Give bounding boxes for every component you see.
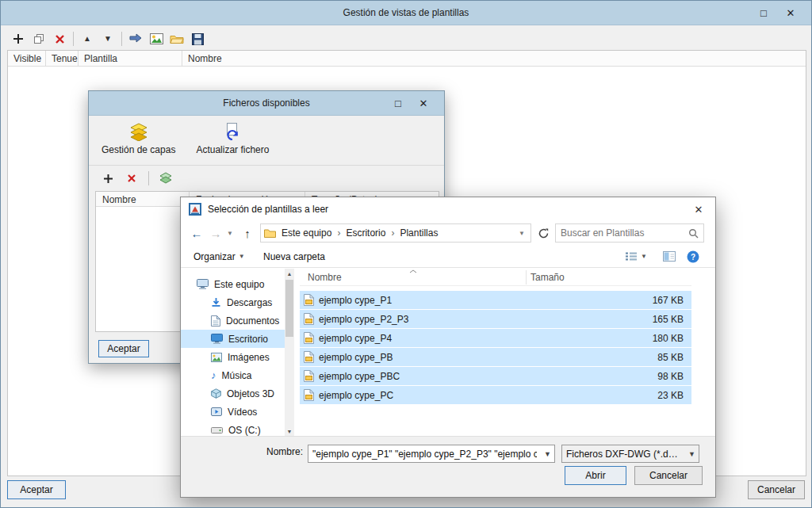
cancel-button[interactable]: Cancelar	[634, 466, 703, 485]
sidebar-item-videos[interactable]: Vídeos	[181, 403, 285, 421]
delete-icon[interactable]	[122, 169, 141, 188]
update-file-button[interactable]: Actualizar fichero	[190, 119, 275, 159]
close-icon[interactable]: ✕	[682, 197, 715, 221]
image-icon	[211, 353, 222, 362]
column-visible[interactable]: Visible	[8, 51, 46, 67]
delete-icon[interactable]	[50, 29, 69, 48]
sidebar-label: Imágenes	[228, 352, 270, 363]
filename-input[interactable]	[308, 449, 541, 460]
maximize-icon[interactable]: □	[751, 1, 776, 25]
sidebar-item-escritorio[interactable]: Escritorio	[181, 330, 285, 348]
file-size: 85 KB	[527, 352, 691, 363]
layers-import-icon[interactable]	[156, 169, 175, 188]
file-name: ejemplo cype_PB	[319, 352, 393, 363]
address-dropdown-icon[interactable]: ▼	[516, 230, 527, 237]
accept-button[interactable]: Aceptar	[7, 480, 66, 499]
layers-icon	[129, 122, 148, 141]
sidebar-label: Descargas	[227, 297, 272, 308]
close-icon[interactable]: ✕	[411, 91, 436, 116]
file-row[interactable]: ejemplo cype_PC 23 KB	[300, 386, 691, 404]
filename-label: Nombre:	[259, 446, 303, 457]
back-icon[interactable]: ←	[187, 222, 206, 244]
column-nombre[interactable]: Nombre	[182, 51, 806, 67]
copy-icon[interactable]	[29, 29, 48, 48]
close-icon[interactable]: ✕	[778, 1, 803, 25]
main-titlebar: Gestión de vistas de plantillas □ ✕	[1, 1, 811, 25]
sidebar-item-imagenes[interactable]: Imágenes	[181, 348, 285, 366]
open-dialog-title: Selección de plantillas a leer	[208, 197, 328, 221]
breadcrumb-escritorio[interactable]: Escritorio	[342, 227, 389, 239]
preview-pane-button[interactable]	[663, 246, 676, 267]
scroll-up-icon[interactable]: ▲	[285, 269, 294, 278]
sidebar-label: OS (C:)	[228, 425, 261, 436]
add-icon[interactable]	[98, 169, 117, 188]
music-icon: ♪	[211, 370, 216, 381]
file-size: 167 KB	[527, 295, 691, 306]
move-up-icon[interactable]: ▲	[78, 29, 97, 48]
import-views-icon[interactable]	[126, 29, 145, 48]
views-button[interactable]: ▼	[625, 246, 647, 267]
sidebar-item-documentos[interactable]: Documentos	[181, 311, 285, 330]
breadcrumb-plantillas[interactable]: Plantillas	[396, 227, 442, 239]
file-row[interactable]: ejemplo cype_P4 180 KB	[300, 329, 691, 347]
maximize-icon[interactable]: □	[385, 91, 411, 116]
filetype-combo[interactable]: Ficheros DXF-DWG (*.dxf;*.dwg ▼	[561, 445, 699, 463]
dwg-file-icon	[304, 351, 314, 363]
forward-icon[interactable]: →	[206, 222, 225, 244]
move-down-icon[interactable]: ▼	[98, 29, 117, 48]
organize-button[interactable]: Organizar ▼	[193, 246, 245, 267]
up-icon[interactable]: ↑	[238, 222, 257, 244]
help-button[interactable]: ?	[687, 246, 699, 267]
add-icon[interactable]	[9, 29, 28, 48]
column-nombre[interactable]: Nombre	[96, 192, 190, 207]
save-icon[interactable]	[188, 29, 207, 48]
file-name: ejemplo cype_P2_P3	[319, 314, 408, 325]
open-button[interactable]: Abrir	[565, 466, 626, 485]
column-plantilla[interactable]: Plantilla	[79, 51, 182, 67]
new-folder-button[interactable]: Nueva carpeta	[263, 246, 325, 267]
open-dialog-footer: Nombre: ▼ Ficheros DXF-DWG (*.dxf;*.dwg …	[181, 436, 715, 497]
search-input[interactable]	[556, 227, 688, 239]
refresh-file-icon	[223, 122, 242, 141]
column-nombre[interactable]: Nombre	[308, 272, 342, 283]
file-list-header: Nombre Tamaño	[300, 269, 691, 286]
filename-combo[interactable]: ▼	[308, 445, 555, 463]
open-folder-icon[interactable]	[167, 29, 186, 48]
cancel-button[interactable]: Cancelar	[748, 480, 805, 499]
help-icon: ?	[687, 250, 699, 263]
file-row[interactable]: ejemplo cype_P2_P3 165 KB	[300, 310, 691, 328]
file-row[interactable]: ejemplo cype_P1 167 KB	[300, 291, 691, 309]
history-chevron-icon[interactable]: ▼	[224, 222, 236, 244]
file-row[interactable]: ejemplo cype_PB 85 KB	[300, 348, 691, 366]
column-tenue[interactable]: Tenue	[46, 51, 79, 67]
sidebar-scrollbar[interactable]: ▲ ▼	[285, 269, 294, 436]
accept-button[interactable]: Aceptar	[98, 340, 149, 357]
column-divider[interactable]	[526, 270, 527, 285]
column-tamano[interactable]: Tamaño	[530, 272, 565, 283]
scroll-down-icon[interactable]: ▼	[285, 426, 294, 436]
address-bar[interactable]: Este equipo › Escritorio › Plantillas ▼	[260, 223, 531, 243]
sidebar-item-os-c[interactable]: OS (C:)	[181, 421, 285, 436]
image-icon[interactable]	[147, 29, 166, 48]
scrollbar-thumb[interactable]	[285, 280, 293, 337]
sidebar-item-musica[interactable]: ♪ Música	[181, 366, 285, 384]
chevron-down-icon[interactable]: ▼	[685, 450, 699, 458]
search-box[interactable]	[555, 223, 704, 243]
sidebar-item-este-equipo[interactable]: Este equipo	[181, 275, 285, 293]
explorer-content: Este equipo Descargas Documentos Escrito…	[181, 269, 715, 436]
chevron-down-icon[interactable]: ▼	[541, 450, 554, 458]
open-file-dialog: Selección de plantillas a leer ✕ ← → ▼ ↑…	[180, 197, 716, 498]
file-name: ejemplo cype_PC	[319, 390, 393, 401]
dwg-file-icon	[304, 370, 314, 382]
ficheros-list-toolbar	[98, 170, 175, 187]
sidebar-item-descargas[interactable]: Descargas	[181, 293, 285, 311]
layers-management-button[interactable]: Gestión de capas	[95, 119, 182, 159]
file-row[interactable]: ejemplo cype_PBC 98 KB	[300, 367, 691, 385]
main-toolbar: ▲ ▼	[9, 29, 207, 49]
sidebar-item-objetos-3d[interactable]: Objetos 3D	[181, 384, 285, 403]
desktop-icon	[211, 334, 223, 344]
breadcrumb-este-equipo[interactable]: Este equipo	[278, 227, 335, 239]
computer-icon	[197, 279, 209, 289]
refresh-icon[interactable]	[534, 223, 552, 243]
organize-label: Organizar	[193, 251, 236, 262]
